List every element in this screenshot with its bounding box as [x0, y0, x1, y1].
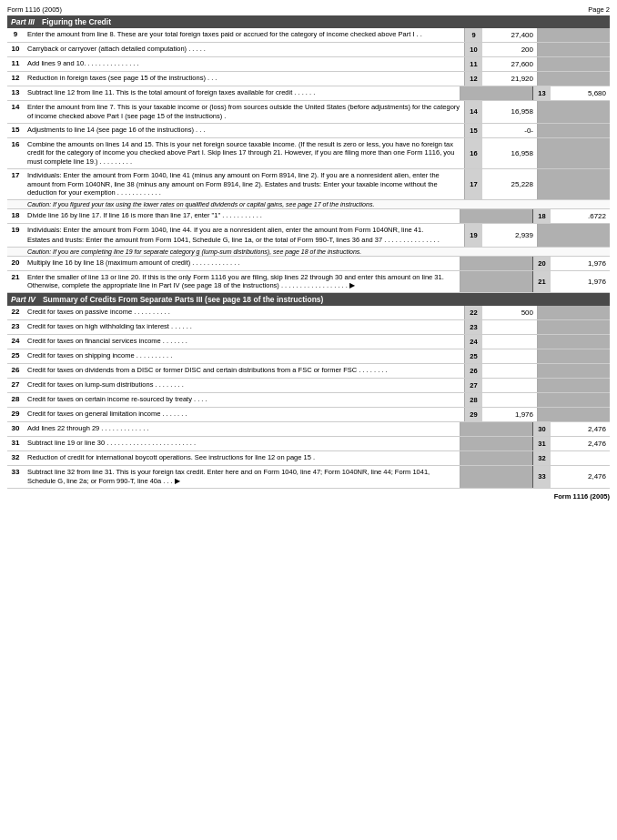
row-9-value: 27,400 — [482, 28, 537, 42]
row-28-line-num: 28 — [464, 393, 482, 407]
row-12-right-val — [555, 72, 610, 86]
row-33-num: 33 — [7, 466, 24, 488]
row-20: 20 Multiply line 16 by line 18 (maximum … — [7, 257, 610, 271]
row-13-right-value: 5,680 — [551, 86, 610, 100]
row-12-desc: Reduction in foreign taxes (see page 15 … — [24, 72, 464, 86]
row-33-right-value: 2,476 — [551, 466, 610, 488]
row-19-desc-b: Estates and trusts: Enter the amount fro… — [27, 236, 460, 245]
row-24-value — [482, 335, 537, 349]
row-25-value — [482, 349, 537, 363]
row-33-cells: 33 2,476 — [460, 466, 610, 488]
row-9-num: 9 — [7, 28, 24, 42]
row-15-value: -0- — [482, 124, 537, 137]
row-16-right-val — [555, 138, 610, 168]
part3-title: Figuring the Credit — [42, 17, 111, 26]
row-26-desc: Credit for taxes on dividends from a DIS… — [24, 364, 464, 378]
row-17: 17 Individuals: Enter the amount from Fo… — [7, 169, 610, 209]
row-22-cells: 22 500 — [464, 306, 610, 319]
row-27: 27 Credit for taxes on lump-sum distribu… — [7, 379, 610, 393]
row-17-value: 25,228 — [482, 169, 537, 199]
row-10-right-val — [555, 43, 610, 56]
row-21-desc: Enter the smaller of line 13 or line 20.… — [24, 271, 460, 293]
row-30-cells: 30 2,476 — [460, 422, 610, 436]
row-18-mid-num — [460, 209, 478, 223]
row-12-cells: 12 21,920 — [464, 72, 610, 86]
row-11-num: 11 — [7, 57, 24, 71]
row-23-cells: 23 — [464, 320, 610, 334]
row-17-caution: Caution: If you figured your tax using t… — [7, 200, 610, 208]
row-29-line-num: 29 — [464, 408, 482, 421]
row-21: 21 Enter the smaller of line 13 or line … — [7, 271, 610, 294]
row-20-num: 20 — [7, 257, 24, 270]
row-22-value: 500 — [482, 306, 537, 319]
row-29-desc: Credit for taxes on general limitation i… — [24, 408, 464, 421]
part3-header: Part III Figuring the Credit — [7, 15, 610, 28]
row-14-cells: 14 16,958 — [464, 101, 610, 123]
row-12: 12 Reduction in foreign taxes (see page … — [7, 72, 610, 86]
row-26-cells: 26 — [464, 364, 610, 378]
row-22-right-val — [555, 306, 610, 319]
row-23-num: 23 — [7, 320, 24, 334]
row-18-right-value: .6722 — [551, 209, 610, 223]
row-30-desc: Add lines 22 through 29 . . . . . . . . … — [24, 422, 460, 436]
row-25-desc: Credit for taxes on shipping income . . … — [24, 349, 464, 363]
row-24-desc: Credit for taxes on financial services i… — [24, 335, 464, 349]
row-30-mid-val — [478, 422, 532, 436]
row-28: 28 Credit for taxes on certain income re… — [7, 393, 610, 408]
row-25-cells: 25 — [464, 349, 610, 363]
part4-title: Summary of Credits From Separate Parts I… — [43, 295, 323, 304]
row-28-cells: 28 — [464, 393, 610, 407]
row-12-line-num: 12 — [464, 72, 482, 86]
row-31-num: 31 — [7, 437, 24, 450]
row-19-caution: Caution: If you are completing line 19 f… — [7, 247, 610, 256]
row-23-value — [482, 320, 537, 334]
row-27-right-num — [537, 379, 555, 392]
row-21-mid-val — [478, 271, 532, 293]
row-19-desc-a: Individuals: Enter the amount from Form … — [27, 226, 460, 235]
row-24: 24 Credit for taxes on financial service… — [7, 335, 610, 349]
row-9-right-val — [555, 28, 610, 42]
row-13-num: 13 — [7, 86, 24, 100]
page-label: Page 2 — [588, 5, 610, 14]
row-21-num: 21 — [7, 271, 24, 293]
row-25-num: 25 — [7, 349, 24, 363]
row-23-right-val — [555, 320, 610, 334]
row-28-right-val — [555, 393, 610, 407]
row-12-value: 21,920 — [482, 72, 537, 86]
row-22: 22 Credit for taxes on passive income . … — [7, 306, 610, 320]
row-29-right-val — [555, 408, 610, 421]
row-10-line-num: 10 — [464, 43, 482, 56]
row-13: 13 Subtract line 12 from line 11. This i… — [7, 86, 610, 101]
row-28-desc: Credit for taxes on certain income re-so… — [24, 393, 464, 407]
row-31-mid-val — [478, 437, 532, 450]
footer-label: Form 1116 (2005) — [554, 492, 610, 501]
row-10-num: 10 — [7, 43, 24, 56]
row-17-cells: 17 25,228 — [464, 169, 610, 199]
row-32-desc: Reduction of credit for international bo… — [24, 451, 460, 465]
row-14-desc: Enter the amount from line 7. This is yo… — [24, 101, 464, 123]
row-17-right-val — [555, 169, 610, 199]
row-13-line-num: 13 — [532, 86, 551, 100]
row-31: 31 Subtract line 19 or line 30 . . . . .… — [7, 437, 610, 451]
row-21-line-num: 21 — [532, 271, 551, 293]
row-30: 30 Add lines 22 through 29 . . . . . . .… — [7, 422, 610, 437]
row-32-line-num: 32 — [532, 451, 551, 465]
row-23-line-num: 23 — [464, 320, 482, 334]
row-30-right-value: 2,476 — [551, 422, 610, 436]
row-28-num: 28 — [7, 393, 24, 407]
row-24-line-num: 24 — [464, 335, 482, 349]
row-31-mid-num — [460, 437, 478, 450]
row-20-line-num: 20 — [532, 257, 551, 270]
row-32-mid-val — [478, 451, 532, 465]
row-22-line-num: 22 — [464, 306, 482, 319]
row-11-line-num: 11 — [464, 57, 482, 71]
row-31-cells: 31 2,476 — [460, 437, 610, 450]
row-10-desc: Carryback or carryover (attach detailed … — [24, 43, 464, 56]
row-20-desc: Multiply line 16 by line 18 (maximum amo… — [24, 257, 460, 270]
row-9-desc: Enter the amount from line 8. These are … — [24, 28, 464, 42]
row-26-value — [482, 364, 537, 378]
row-14: 14 Enter the amount from line 7. This is… — [7, 101, 610, 124]
row-10-right-num — [537, 43, 555, 56]
row-16-value: 16,958 — [482, 138, 537, 168]
row-26-right-num — [537, 364, 555, 378]
